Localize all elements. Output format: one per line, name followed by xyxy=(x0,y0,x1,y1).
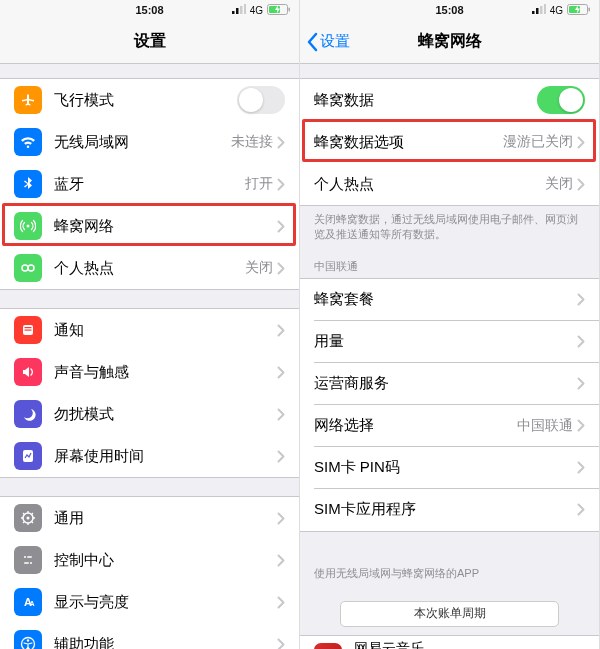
cellular-screen: 15:08 4G 设置 蜂窝网络 蜂窝数据蜂窝数据选项漫游已关闭个人热点关闭 关… xyxy=(300,0,600,649)
cell-cellular[interactable]: 蜂窝网络 xyxy=(0,205,299,247)
cell-SIM卡应用程序[interactable]: SIM卡应用程序 xyxy=(300,489,599,531)
cell-label: 蜂窝数据 xyxy=(314,91,537,110)
svg-rect-19 xyxy=(24,562,29,563)
svg-rect-39 xyxy=(589,7,591,11)
carrier-header: 中国联通 xyxy=(300,245,599,278)
svg-point-7 xyxy=(27,225,30,228)
controlcenter-icon xyxy=(14,546,42,574)
cell-detail: 中国联通 xyxy=(517,417,573,435)
apps-group: 网易云音乐WLAN与蜂窝网络5.2 GB头条今日头条WLAN与蜂窝网络4.1 G… xyxy=(300,635,599,649)
chevron-right-icon xyxy=(277,638,285,650)
cell-general[interactable]: 通用 xyxy=(0,497,299,539)
chevron-right-icon xyxy=(577,335,585,348)
chevron-right-icon xyxy=(277,220,285,233)
cell-label: 显示与亮度 xyxy=(54,593,277,612)
chevron-right-icon xyxy=(277,324,285,337)
cell-label: 蜂窝数据选项 xyxy=(314,133,503,152)
notifications-group: 通知声音与触感勿扰模式屏幕使用时间 xyxy=(0,308,299,478)
cell-detail: 漫游已关闭 xyxy=(503,133,573,151)
bluetooth-icon xyxy=(14,170,42,198)
cell-notifications[interactable]: 通知 xyxy=(0,309,299,351)
cell-accessibility[interactable]: 辅助功能 xyxy=(0,623,299,649)
back-button[interactable]: 设置 xyxy=(306,32,350,52)
signal-icon xyxy=(232,4,246,16)
toggle[interactable] xyxy=(537,86,585,114)
cell-label: 蜂窝套餐 xyxy=(314,290,577,309)
toggle[interactable] xyxy=(237,86,285,114)
cell-screentime[interactable]: 屏幕使用时间 xyxy=(0,435,299,477)
carrier-group: 蜂窝套餐用量运营商服务网络选择中国联通SIM卡 PIN码SIM卡应用程序 xyxy=(300,278,599,532)
cell-dnd[interactable]: 勿扰模式 xyxy=(0,393,299,435)
cell-display[interactable]: AA显示与亮度 xyxy=(0,581,299,623)
svg-rect-35 xyxy=(540,6,543,14)
status-bar: 15:08 4G xyxy=(300,0,599,20)
svg-rect-6 xyxy=(289,7,291,11)
svg-rect-34 xyxy=(536,8,539,14)
cell-bluetooth[interactable]: 蓝牙打开 xyxy=(0,163,299,205)
chevron-right-icon xyxy=(577,293,585,306)
signal-icon xyxy=(532,4,546,16)
chevron-right-icon xyxy=(577,136,585,149)
chevron-right-icon xyxy=(277,450,285,463)
status-time: 15:08 xyxy=(435,4,463,16)
svg-point-8 xyxy=(22,265,28,271)
cell-sounds[interactable]: 声音与触感 xyxy=(0,351,299,393)
status-time: 15:08 xyxy=(135,4,163,16)
cell-label: SIM卡 PIN码 xyxy=(314,458,577,477)
svg-point-15 xyxy=(27,517,30,520)
chevron-right-icon xyxy=(277,554,285,567)
svg-rect-0 xyxy=(232,11,235,14)
chevron-right-icon xyxy=(277,512,285,525)
cell-蜂窝套餐[interactable]: 蜂窝套餐 xyxy=(300,279,599,321)
cell-detail: 关闭 xyxy=(545,175,573,193)
page-title: 蜂窝网络 xyxy=(418,31,482,52)
cell-个人热点[interactable]: 个人热点关闭 xyxy=(300,163,599,205)
cell-蜂窝数据[interactable]: 蜂窝数据 xyxy=(300,79,599,121)
cell-网络选择[interactable]: 网络选择中国联通 xyxy=(300,405,599,447)
chevron-right-icon xyxy=(577,503,585,516)
billing-period-segment[interactable]: 本次账单周期 xyxy=(340,601,559,627)
cell-label: 蜂窝网络 xyxy=(54,217,277,236)
svg-point-18 xyxy=(30,562,32,564)
app-cell[interactable]: 网易云音乐WLAN与蜂窝网络5.2 GB xyxy=(300,636,599,649)
chevron-right-icon xyxy=(577,461,585,474)
netease-icon xyxy=(314,643,342,649)
svg-point-16 xyxy=(24,556,26,558)
cell-wifi[interactable]: 无线局域网未连接 xyxy=(0,121,299,163)
chevron-right-icon xyxy=(277,366,285,379)
cell-label: 无线局域网 xyxy=(54,133,231,152)
wifi-icon xyxy=(14,128,42,156)
cell-label: 个人热点 xyxy=(54,259,245,278)
svg-point-23 xyxy=(27,639,29,641)
accessibility-icon xyxy=(14,630,42,649)
notifications-icon xyxy=(14,316,42,344)
cell-SIM卡 PIN码[interactable]: SIM卡 PIN码 xyxy=(300,447,599,489)
svg-text:A: A xyxy=(29,600,34,607)
cell-label: 蓝牙 xyxy=(54,175,245,194)
cell-运营商服务[interactable]: 运营商服务 xyxy=(300,363,599,405)
svg-rect-2 xyxy=(240,6,243,14)
cell-airplane[interactable]: 飞行模式 xyxy=(0,79,299,121)
battery-icon xyxy=(567,4,591,17)
nav-bar: 设置 蜂窝网络 xyxy=(300,20,599,64)
chevron-right-icon xyxy=(277,136,285,149)
sounds-icon xyxy=(14,358,42,386)
app-label: 网易云音乐 xyxy=(354,640,529,649)
cell-label: 控制中心 xyxy=(54,551,277,570)
cell-controlcenter[interactable]: 控制中心 xyxy=(0,539,299,581)
general-icon xyxy=(14,504,42,532)
cell-label: 勿扰模式 xyxy=(54,405,277,424)
cell-用量[interactable]: 用量 xyxy=(300,321,599,363)
chevron-left-icon xyxy=(306,32,318,52)
cell-label: 个人热点 xyxy=(314,175,545,194)
screentime-icon xyxy=(14,442,42,470)
cell-label: 屏幕使用时间 xyxy=(54,447,277,466)
cell-hotspot[interactable]: 个人热点关闭 xyxy=(0,247,299,289)
cell-label: 辅助功能 xyxy=(54,635,277,650)
svg-rect-33 xyxy=(532,11,535,14)
cell-蜂窝数据选项[interactable]: 蜂窝数据选项漫游已关闭 xyxy=(300,121,599,163)
cell-label: 通知 xyxy=(54,321,277,340)
back-label: 设置 xyxy=(320,32,350,51)
cell-detail: 关闭 xyxy=(245,259,273,277)
settings-screen: 15:08 4G 设置 飞行模式无线局域网未连接蓝牙打开蜂窝网络个人热点关闭 通… xyxy=(0,0,300,649)
